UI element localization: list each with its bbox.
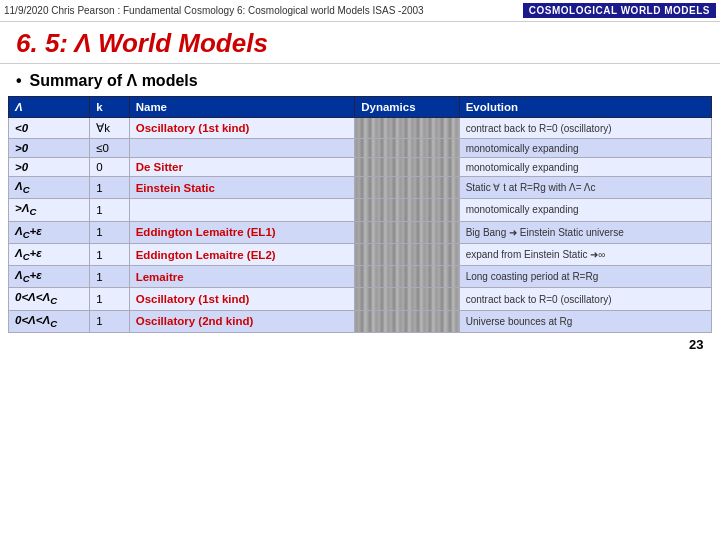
cell-name: Oscillatory (2nd kind) [129,310,355,332]
table-footer-row: 23 [9,333,712,357]
page-number: 23 [9,333,712,357]
cell-dynamics: ~~~~~~~~~~~ [355,158,459,177]
table-header-row: Λ k Name Dynamics Evolution [9,97,712,118]
table-row: <0∀kOscillatory (1st kind)~~~~~~~~~~~con… [9,118,712,139]
cell-dynamics: ~~~~~~~~~~~ [355,118,459,139]
cell-k: 1 [90,266,129,288]
cell-k: 1 [90,243,129,265]
bullet: • [16,72,22,89]
cell-k: 0 [90,158,129,177]
cell-lambda: ΛC+ε [9,221,90,243]
cell-dynamics: ~~~~~~~~~~~ [355,199,459,221]
header-right-text: COSMOLOGICAL WORLD MODELS [523,3,716,18]
cell-dynamics: ~~~~~~~~~~~ [355,266,459,288]
table-row: ΛC+ε1Eddington Lemaitre (EL2)~~~~~~~~~~~… [9,243,712,265]
cell-dynamics: ~~~~~~~~~~~ [355,288,459,310]
cell-lambda: <0 [9,118,90,139]
table-row: ΛC1Einstein Static~~~~~~~~~~~Static ∀ t … [9,177,712,199]
header-left-text: 11/9/2020 Chris Pearson : Fundamental Co… [4,5,523,16]
cell-dynamics: ~~~~~~~~~~~ [355,221,459,243]
cell-k: ∀k [90,118,129,139]
cell-evolution: Static ∀ t at R=Rg with Λ= Λc [459,177,711,199]
cell-evolution: monotomically expanding [459,199,711,221]
cell-k: 1 [90,221,129,243]
cell-k: 1 [90,288,129,310]
cell-evolution: Big Bang ➜ Einstein Static universe [459,221,711,243]
models-table-container: Λ k Name Dynamics Evolution <0∀kOscillat… [0,96,720,356]
cell-lambda: >ΛC [9,199,90,221]
cell-name: Einstein Static [129,177,355,199]
title-area: 6. 5: Λ World Models [0,22,720,64]
table-row: ΛC+ε1Lemaitre~~~~~~~~~~~Long coasting pe… [9,266,712,288]
table-row: 0<Λ<ΛC1Oscillatory (2nd kind)~~~~~~~~~~~… [9,310,712,332]
table-row: ΛC+ε1Eddington Lemaitre (EL1)~~~~~~~~~~~… [9,221,712,243]
col-header-evolution: Evolution [459,97,711,118]
cell-name: Oscillatory (1st kind) [129,118,355,139]
cell-k: 1 [90,199,129,221]
cell-dynamics: ~~~~~~~~~~~ [355,177,459,199]
cell-lambda: ΛC+ε [9,243,90,265]
table-row: >0≤0~~~~~~~~~~~monotomically expanding [9,139,712,158]
cell-evolution: monotomically expanding [459,158,711,177]
cell-name [129,139,355,158]
cell-evolution: Long coasting period at R=Rg [459,266,711,288]
cell-dynamics: ~~~~~~~~~~~ [355,310,459,332]
cell-name: Eddington Lemaitre (EL1) [129,221,355,243]
cell-lambda: 0<Λ<ΛC [9,310,90,332]
cell-name [129,199,355,221]
cell-evolution: contract back to R=0 (oscillatory) [459,118,711,139]
cell-k: ≤0 [90,139,129,158]
cell-evolution: Universe bounces at Rg [459,310,711,332]
cell-name: De Sitter [129,158,355,177]
col-header-k: k [90,97,129,118]
header-bar: 11/9/2020 Chris Pearson : Fundamental Co… [0,0,720,22]
col-header-lambda: Λ [9,97,90,118]
summary-line: •Summary of Λ models [0,64,720,96]
models-table: Λ k Name Dynamics Evolution <0∀kOscillat… [8,96,712,356]
cell-lambda: >0 [9,158,90,177]
cell-lambda: 0<Λ<ΛC [9,288,90,310]
cell-evolution: contract back to R=0 (oscillatory) [459,288,711,310]
cell-dynamics: ~~~~~~~~~~~ [355,139,459,158]
table-row: >ΛC1~~~~~~~~~~~monotomically expanding [9,199,712,221]
cell-k: 1 [90,177,129,199]
cell-evolution: expand from Einstein Static ➜∞ [459,243,711,265]
cell-k: 1 [90,310,129,332]
cell-name: Eddington Lemaitre (EL2) [129,243,355,265]
table-row: >00De Sitter~~~~~~~~~~~monotomically exp… [9,158,712,177]
cell-dynamics: ~~~~~~~~~~~ [355,243,459,265]
summary-text: Summary of Λ models [30,72,198,89]
cell-name: Oscillatory (1st kind) [129,288,355,310]
cell-lambda: ΛC [9,177,90,199]
col-header-name: Name [129,97,355,118]
col-header-dynamics: Dynamics [355,97,459,118]
table-row: 0<Λ<ΛC1Oscillatory (1st kind)~~~~~~~~~~~… [9,288,712,310]
cell-evolution: monotomically expanding [459,139,711,158]
cell-lambda: >0 [9,139,90,158]
page-title: 6. 5: Λ World Models [16,28,704,59]
cell-lambda: ΛC+ε [9,266,90,288]
cell-name: Lemaitre [129,266,355,288]
